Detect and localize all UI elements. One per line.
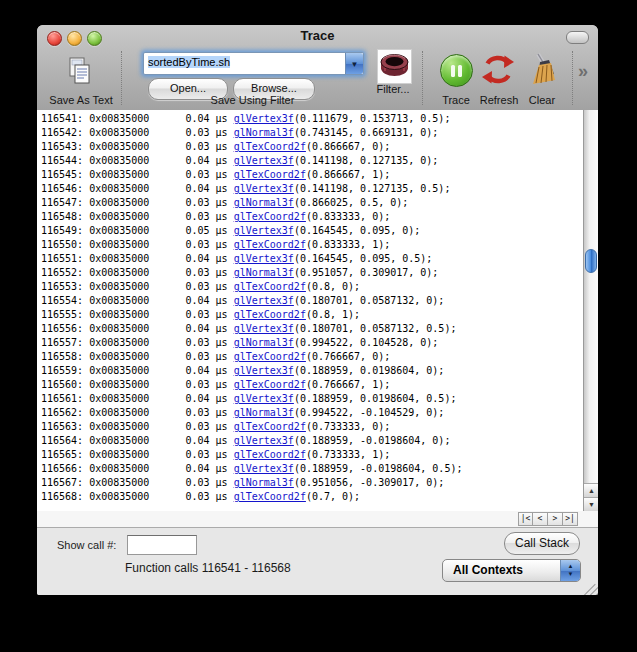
refresh-button[interactable] [481, 53, 514, 86]
call-args: (0.188959, 0.0198604, 0); [294, 365, 445, 376]
call-args: (0.111679, 0.153713, 0.5); [294, 113, 451, 124]
context-selected-value: All Contexts [453, 560, 523, 580]
call-prefix: 116544: 0x00835000 0.04 µs [41, 155, 234, 166]
call-prefix: 116562: 0x00835000 0.03 µs [41, 407, 234, 418]
function-link[interactable]: glVertex3f [234, 323, 294, 334]
trace-row: 116557: 0x00835000 0.03 µs glNormal3f(0.… [41, 336, 583, 350]
function-link[interactable]: glVertex3f [234, 463, 294, 474]
trace-row: 116541: 0x00835000 0.04 µs glVertex3f(0.… [41, 112, 583, 126]
function-link[interactable]: glNormal3f [234, 267, 294, 278]
prev-page-button[interactable]: < [533, 512, 548, 526]
trace-row: 116554: 0x00835000 0.04 µs glVertex3f(0.… [41, 294, 583, 308]
function-link[interactable]: glVertex3f [234, 253, 294, 264]
function-link[interactable]: glTexCoord2f [234, 281, 306, 292]
chevron-down-icon: ▼ [351, 60, 359, 69]
pager-strip: |< < > >| [37, 511, 598, 528]
function-link[interactable]: glTexCoord2f [234, 491, 306, 502]
function-link[interactable]: glNormal3f [234, 197, 294, 208]
trace-button[interactable] [440, 54, 473, 87]
function-link[interactable]: glTexCoord2f [234, 379, 306, 390]
call-args: (0.180701, 0.0587132, 0); [294, 295, 445, 306]
call-prefix: 116555: 0x00835000 0.03 µs [41, 309, 234, 320]
next-page-button[interactable]: > [548, 512, 563, 526]
call-args: (0.7, 0); [306, 491, 360, 502]
context-popup-button[interactable]: All Contexts ▲▼ [442, 559, 581, 582]
call-prefix: 116554: 0x00835000 0.04 µs [41, 295, 234, 306]
toolbar-collapse-button[interactable] [566, 31, 589, 44]
call-args: (0.733333, 1); [306, 449, 390, 460]
save-using-filter-group-label: Save Using Filter [143, 94, 362, 106]
function-link[interactable]: glNormal3f [234, 337, 294, 348]
title-bar[interactable]: Trace [37, 25, 598, 47]
combobox-dropdown-button[interactable]: ▼ [345, 53, 363, 74]
filter-button-label[interactable]: Filter... [367, 83, 419, 95]
resize-grip[interactable] [583, 580, 597, 594]
call-prefix: 116567: 0x00835000 0.03 µs [41, 477, 234, 488]
footer-panel: Show call #: Call Stack Function calls 1… [37, 528, 598, 595]
function-link[interactable]: glTexCoord2f [234, 141, 306, 152]
function-link[interactable]: glTexCoord2f [234, 449, 306, 460]
call-args: (0.951056, -0.309017, 0); [294, 477, 445, 488]
trace-row: 116542: 0x00835000 0.03 µs glNormal3f(0.… [41, 126, 583, 140]
call-prefix: 116541: 0x00835000 0.04 µs [41, 113, 234, 124]
scroll-up-button[interactable]: ▲ [584, 483, 598, 497]
save-as-text-icon[interactable] [67, 57, 93, 85]
pause-icon [440, 54, 473, 87]
trace-row: 116550: 0x00835000 0.03 µs glTexCoord2f(… [41, 238, 583, 252]
function-link[interactable]: glVertex3f [234, 183, 294, 194]
function-link[interactable]: glNormal3f [234, 477, 294, 488]
call-prefix: 116546: 0x00835000 0.04 µs [41, 183, 234, 194]
function-link[interactable]: glVertex3f [234, 295, 294, 306]
call-prefix: 116556: 0x00835000 0.04 µs [41, 323, 234, 334]
first-page-button[interactable]: |< [518, 512, 533, 526]
function-link[interactable]: glVertex3f [234, 393, 294, 404]
filter-button[interactable] [377, 49, 412, 84]
call-prefix: 116566: 0x00835000 0.04 µs [41, 463, 234, 474]
filename-combobox[interactable]: sortedByTime.sh ▼ [143, 52, 364, 75]
function-link[interactable]: glNormal3f [234, 407, 294, 418]
trace-row: 116558: 0x00835000 0.03 µs glTexCoord2f(… [41, 350, 583, 364]
call-args: (0.733333, 0); [306, 421, 390, 432]
call-prefix: 116557: 0x00835000 0.03 µs [41, 337, 234, 348]
function-link[interactable]: glTexCoord2f [234, 211, 306, 222]
call-prefix: 116548: 0x00835000 0.03 µs [41, 211, 234, 222]
last-page-button[interactable]: >| [563, 512, 578, 526]
function-link[interactable]: glTexCoord2f [234, 239, 306, 250]
call-args: (0.164545, 0.095, 0.5); [294, 253, 432, 264]
call-args: (0.866667, 0); [306, 141, 390, 152]
trace-row: 116566: 0x00835000 0.04 µs glVertex3f(0.… [41, 462, 583, 476]
function-link[interactable]: glVertex3f [234, 435, 294, 446]
call-stack-button[interactable]: Call Stack [504, 532, 580, 555]
call-args: (0.833333, 1); [306, 239, 390, 250]
trace-row: 116547: 0x00835000 0.03 µs glNormal3f(0.… [41, 196, 583, 210]
function-link[interactable]: glVertex3f [234, 113, 294, 124]
refresh-button-label[interactable]: Refresh [474, 94, 524, 106]
vertical-scrollbar[interactable]: ▲ ▼ [583, 110, 598, 511]
call-args: (0.866025, 0.5, 0); [294, 197, 408, 208]
call-args: (0.994522, 0.104528, 0); [294, 337, 439, 348]
clear-button-label[interactable]: Clear [519, 94, 565, 106]
show-call-label: Show call #: [57, 539, 116, 551]
trace-row: 116559: 0x00835000 0.04 µs glVertex3f(0.… [41, 364, 583, 378]
function-link[interactable]: glTexCoord2f [234, 351, 306, 362]
save-as-text-button[interactable]: Save As Text [37, 94, 125, 106]
call-prefix: 116542: 0x00835000 0.03 µs [41, 127, 234, 138]
toolbar-separator [121, 51, 122, 105]
call-prefix: 116552: 0x00835000 0.03 µs [41, 267, 234, 278]
function-link[interactable]: glVertex3f [234, 225, 294, 236]
clear-button[interactable] [526, 52, 559, 85]
trace-row: 116549: 0x00835000 0.05 µs glVertex3f(0.… [41, 224, 583, 238]
call-prefix: 116549: 0x00835000 0.05 µs [41, 225, 234, 236]
scrollbar-thumb[interactable] [585, 249, 597, 273]
scroll-down-button[interactable]: ▼ [584, 497, 598, 511]
function-link[interactable]: glTexCoord2f [234, 421, 306, 432]
function-link[interactable]: glNormal3f [234, 127, 294, 138]
toolbar-overflow-chevron-icon[interactable]: » [578, 61, 588, 82]
popup-arrows-icon: ▲▼ [560, 560, 580, 581]
function-link[interactable]: glVertex3f [234, 365, 294, 376]
function-link[interactable]: glTexCoord2f [234, 309, 306, 320]
show-call-input[interactable] [127, 535, 197, 555]
trace-row: 116555: 0x00835000 0.03 µs glTexCoord2f(… [41, 308, 583, 322]
function-link[interactable]: glTexCoord2f [234, 169, 306, 180]
function-link[interactable]: glVertex3f [234, 155, 294, 166]
